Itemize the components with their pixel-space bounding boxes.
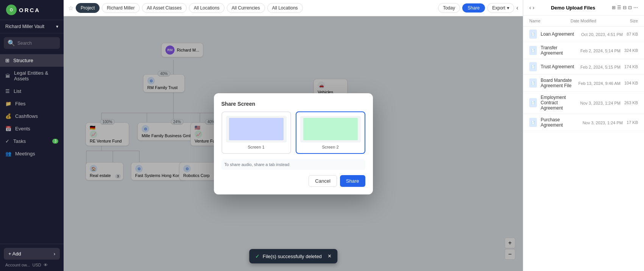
structure-icon: ⊞ — [5, 58, 9, 63]
grid-view-button[interactable]: ⊞ — [612, 5, 616, 10]
right-panel-header: ‹ › Demo Upload Files ⊞ ☰ ⊟ ⊡ ⋯ — [523, 0, 644, 16]
file-icon: 📄 — [529, 46, 537, 55]
modal-title: Share Screen — [221, 101, 365, 107]
file-name: Board Mandate Agreement File — [541, 78, 575, 88]
list-view-button[interactable]: ☰ — [617, 5, 621, 10]
collapse-panel-button[interactable]: ‹ — [516, 5, 518, 11]
sidebar: O ORCA Richard Miller Vault ▾ 🔍 ⊞ Struct… — [0, 0, 64, 271]
file-date: Nov 3, 2023, 1:24 PM — [580, 101, 621, 105]
file-date: Oct 20, 2023, 4:51 PM — [581, 32, 623, 37]
screen-1-thumbnail — [229, 118, 284, 141]
file-name: Transfer Agreement — [541, 45, 577, 56]
canvas-area: RM Richard M... 40% ⚙ RM Family Trust 10… — [64, 16, 523, 271]
share-modal-button[interactable]: Share — [340, 175, 365, 187]
screen-2-label: Screen 2 — [300, 145, 361, 149]
modal-actions: Cancel Share — [221, 175, 365, 187]
file-info: Transfer Agreement — [541, 45, 577, 56]
panel-forward-button[interactable]: › — [533, 5, 535, 11]
nav-label: Tasks — [13, 138, 26, 144]
file-item-trust[interactable]: 📄 Trust Agreement Feb 2, 2024, 5:15 PM 1… — [523, 59, 644, 75]
add-button[interactable]: + Add › — [4, 248, 60, 260]
file-item-board[interactable]: 📄 Board Mandate Agreement File Feb 13, 2… — [523, 75, 644, 92]
locations2-filter-button[interactable]: All Locations — [267, 3, 303, 13]
file-date: Feb 2, 2024, 5:14 PM — [580, 49, 621, 53]
file-name: Loan Agreement — [541, 31, 577, 37]
sidebar-item-structure[interactable]: ⊞ Structure — [0, 54, 64, 67]
currency-label: USD — [32, 263, 41, 267]
file-size: 104 KB — [624, 81, 638, 85]
audio-note: To share audio, share a tab instead — [221, 159, 365, 170]
file-list: 📄 Loan Agreement Oct 20, 2023, 4:51 PM 8… — [523, 27, 644, 271]
meetings-icon: 👥 — [5, 151, 11, 157]
chevron-down-icon: ▾ — [56, 24, 58, 29]
sidebar-item-tasks[interactable]: ✓ Tasks 3 — [0, 135, 64, 147]
today-button[interactable]: Today — [438, 3, 460, 13]
file-name: Purchase Agreement — [541, 117, 579, 128]
cancel-button[interactable]: Cancel — [309, 175, 337, 187]
file-size: 87 KB — [627, 32, 638, 36]
file-item-employment[interactable]: 📄 Employment Contract Agreement Nov 3, 2… — [523, 92, 644, 114]
legal-icon: 🏛 — [5, 73, 10, 79]
file-date: Nov 3, 2023, 1:24 PM — [583, 121, 623, 125]
screen-1-label: Screen 1 — [226, 145, 287, 149]
file-size: 174 KB — [624, 64, 638, 69]
panel-view-buttons: ⊞ ☰ ⊟ ⊡ ⋯ — [612, 5, 638, 10]
file-icon: 📄 — [529, 98, 537, 107]
file-item-loan[interactable]: 📄 Loan Agreement Oct 20, 2023, 4:51 PM 8… — [523, 27, 644, 42]
panel-back-button[interactable]: ‹ — [529, 5, 531, 11]
nav-label: Meetings — [15, 151, 35, 157]
screen-1-preview — [226, 116, 287, 143]
chevron-right-icon: › — [54, 251, 55, 257]
panel-title: Demo Upload Files — [551, 5, 595, 11]
search-input[interactable] — [17, 41, 56, 46]
gallery-view-button[interactable]: ⊡ — [628, 5, 632, 10]
file-size: 17 KB — [627, 120, 638, 125]
modal-overlay: Share Screen Screen 1 Screen 2 — [64, 16, 523, 271]
favorite-button[interactable]: ☆ — [68, 5, 73, 12]
sidebar-footer: + Add › Account ow... USD 👁 — [0, 244, 64, 271]
file-item-transfer[interactable]: 📄 Transfer Agreement Feb 2, 2024, 5:14 P… — [523, 42, 644, 59]
locations-filter-button[interactable]: All Locations — [189, 3, 225, 13]
sidebar-item-events[interactable]: 📅 Events — [0, 122, 64, 135]
panel-nav-arrows: ‹ — [516, 5, 518, 11]
vault-selector[interactable]: Richard Miller Vault ▾ — [0, 20, 64, 33]
file-name: Trust Agreement — [541, 64, 577, 69]
file-size: 324 KB — [624, 48, 638, 53]
file-icon: 📄 — [529, 30, 537, 39]
richard-miller-filter-button[interactable]: Richard Miller — [102, 3, 139, 13]
main-content: ☆ Project Richard Miller All Asset Class… — [64, 0, 523, 271]
asset-classes-filter-button[interactable]: All Asset Classes — [142, 3, 187, 13]
share-button[interactable]: Share — [462, 3, 485, 13]
export-button[interactable]: Export ▾ — [487, 3, 514, 13]
sidebar-item-legal[interactable]: 🏛 Legal Entities & Assets — [0, 67, 64, 85]
file-icon: 📄 — [529, 62, 537, 71]
sidebar-nav: ⊞ Structure 🏛 Legal Entities & Assets ☰ … — [0, 53, 64, 244]
sidebar-item-meetings[interactable]: 👥 Meetings — [0, 147, 64, 160]
tasks-badge: 3 — [52, 139, 58, 144]
nav-label: Cashflows — [15, 113, 38, 119]
screen-2-option[interactable]: Screen 2 — [296, 111, 365, 154]
screen-2-preview — [300, 116, 361, 143]
sidebar-item-list[interactable]: ☰ List — [0, 85, 64, 97]
panel-nav: ‹ › — [529, 5, 534, 11]
tasks-icon: ✓ — [5, 138, 9, 144]
sidebar-item-cashflows[interactable]: 💰 Cashflows — [0, 110, 64, 122]
search-box[interactable]: 🔍 — [4, 37, 60, 49]
file-date: Feb 13, 2024, 9:46 AM — [579, 81, 621, 86]
currencies-filter-button[interactable]: All Currencies — [227, 3, 265, 13]
columns-view-button[interactable]: ⊟ — [623, 5, 627, 10]
project-filter-button[interactable]: Project — [76, 3, 100, 13]
toast-close-button[interactable]: × — [328, 253, 331, 260]
file-icon: 📄 — [529, 118, 537, 127]
more-view-options-button[interactable]: ⋯ — [633, 5, 638, 10]
sidebar-item-files[interactable]: 📁 Files — [0, 97, 64, 110]
name-column-header: Name — [529, 19, 568, 23]
screen-options: Screen 1 Screen 2 — [221, 111, 365, 154]
size-column-header: Size — [619, 19, 638, 23]
list-icon: ☰ — [5, 88, 10, 94]
screen-2-thumbnail — [303, 118, 358, 141]
file-item-purchase[interactable]: 📄 Purchase Agreement Nov 3, 2023, 1:24 P… — [523, 114, 644, 131]
toolbar-right: Today Share Export ▾ ‹ — [438, 3, 518, 13]
screen-1-option[interactable]: Screen 1 — [221, 111, 291, 154]
nav-label: Legal Entities & Assets — [14, 70, 58, 81]
